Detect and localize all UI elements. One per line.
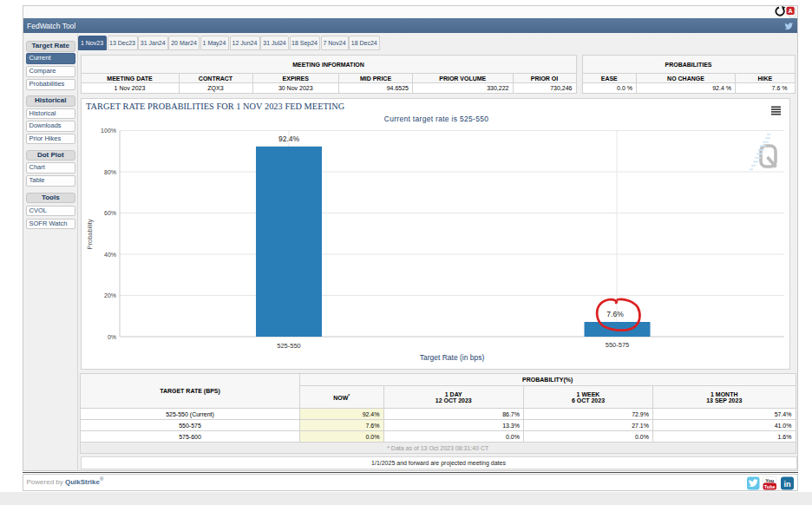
svg-text:Tube: Tube bbox=[764, 484, 776, 489]
svg-text:A: A bbox=[789, 8, 793, 14]
svg-text:20%: 20% bbox=[104, 292, 116, 298]
svg-text:Current target rate is 525-550: Current target rate is 525-550 bbox=[384, 115, 489, 123]
svg-text:Probability: Probability bbox=[86, 219, 94, 249]
svg-text:525-550: 525-550 bbox=[277, 342, 301, 350]
svg-text:7.6%: 7.6% bbox=[606, 310, 624, 318]
svg-text:80%: 80% bbox=[104, 169, 116, 175]
svg-text:92.4%: 92.4% bbox=[278, 134, 300, 143]
svg-text:550-575: 550-575 bbox=[606, 341, 630, 349]
svg-text:40%: 40% bbox=[104, 252, 116, 258]
svg-text:0%: 0% bbox=[108, 334, 116, 340]
svg-text:in: in bbox=[784, 480, 791, 489]
svg-text:100%: 100% bbox=[101, 128, 116, 134]
svg-text:You: You bbox=[765, 478, 774, 483]
svg-text:Target Rate (in bps): Target Rate (in bps) bbox=[420, 353, 485, 362]
svg-text:60%: 60% bbox=[104, 210, 116, 216]
svg-text:TARGET RATE PROBABILITIES FOR: TARGET RATE PROBABILITIES FOR 1 NOV 2023… bbox=[86, 102, 345, 111]
